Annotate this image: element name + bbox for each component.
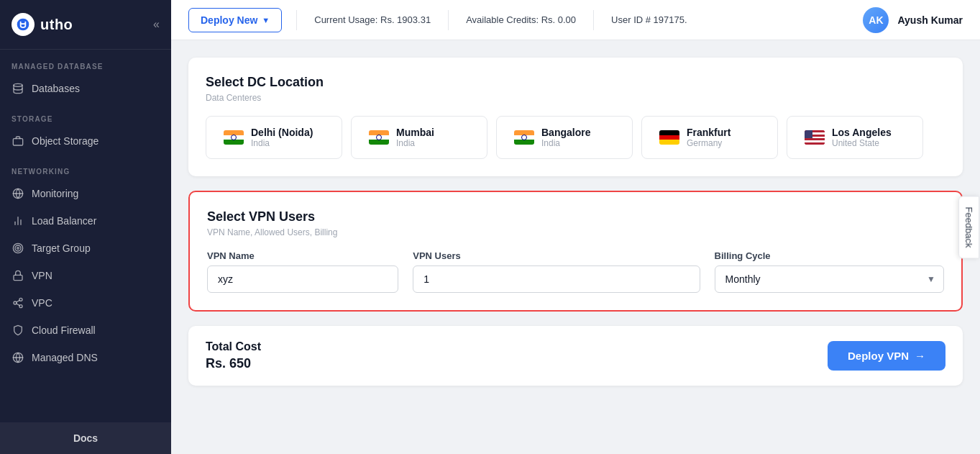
vpn-card: Select VPN Users VPN Name, Allowed Users… <box>188 191 963 312</box>
flag-india-mumbai <box>369 130 389 145</box>
flag-usa-la <box>805 130 825 145</box>
flag-india-delhi <box>224 130 244 145</box>
sidebar-item-target-group-label: Target Group <box>32 242 91 254</box>
dc-country-delhi: India <box>251 138 313 148</box>
avatar: AK <box>863 7 889 33</box>
load-balancer-icon <box>12 214 24 227</box>
vpn-users-field: VPN Users <box>413 250 700 293</box>
database-icon <box>12 82 24 95</box>
dc-item-bangalore[interactable]: Bangalore India <box>496 116 633 159</box>
deploy-new-label: Deploy New <box>201 14 257 26</box>
dc-item-los-angeles[interactable]: Los Angeles United State <box>787 116 923 159</box>
sidebar-item-vpc-label: VPC <box>32 297 52 309</box>
dc-item-mumbai[interactable]: Mumbai India <box>351 116 487 159</box>
sidebar-logo: utho « <box>0 0 171 50</box>
feedback-tab[interactable]: Feedback <box>958 196 979 258</box>
deploy-vpn-arrow-icon: → <box>915 350 925 362</box>
dc-country-frankfurt: Germany <box>687 138 731 148</box>
lock-icon <box>12 269 24 282</box>
sidebar-item-vpn[interactable]: VPN <box>0 262 171 289</box>
dc-card-title: Select DC Location <box>206 75 945 90</box>
deploy-new-chevron: ▼ <box>262 16 270 24</box>
storage-icon <box>12 135 24 147</box>
sidebar-item-monitoring[interactable]: Monitoring <box>0 180 171 207</box>
sidebar-item-cloud-firewall[interactable]: Cloud Firewall <box>0 317 171 344</box>
billing-cycle-label: Billing Cycle <box>715 250 944 261</box>
dc-country-la: United State <box>832 138 892 148</box>
topbar-divider-3 <box>593 10 594 30</box>
vpn-fields: VPN Name VPN Users Billing Cycle Monthly… <box>207 250 944 293</box>
vpn-name-field: VPN Name <box>207 250 398 293</box>
sidebar-item-object-storage-label: Object Storage <box>32 135 99 147</box>
svg-line-14 <box>17 300 20 302</box>
globe2-icon <box>12 351 24 364</box>
deploy-vpn-label: Deploy VPN <box>848 350 909 362</box>
dc-info-mumbai: Mumbai India <box>396 127 434 148</box>
dc-info-bangalore: Bangalore India <box>541 127 590 148</box>
svg-rect-3 <box>13 139 22 145</box>
sidebar-item-vpc[interactable]: VPC <box>0 289 171 317</box>
deploy-new-button[interactable]: Deploy New ▼ <box>188 8 282 32</box>
svg-point-8 <box>17 248 19 250</box>
sidebar-item-managed-dns[interactable]: Managed DNS <box>0 344 171 371</box>
globe-icon <box>12 187 24 200</box>
sidebar-section-networking: NETWORKING Monitoring Load Balancer <box>0 155 171 371</box>
sidebar-item-databases-label: Databases <box>32 83 80 94</box>
dc-item-delhi[interactable]: Delhi (Noida) India <box>206 116 342 159</box>
sidebar-item-cloud-firewall-label: Cloud Firewall <box>32 324 96 336</box>
section-label-storage: STORAGE <box>0 102 171 127</box>
total-cost-card: Total Cost Rs. 650 Deploy VPN → <box>188 326 963 386</box>
share-icon <box>12 296 24 309</box>
vpn-name-label: VPN Name <box>207 250 398 261</box>
flag-germany-frankfurt <box>659 130 679 145</box>
sidebar: utho « MANAGED DATABASE Databases STORAG… <box>0 0 171 454</box>
vpn-name-input[interactable] <box>207 265 398 293</box>
docs-button[interactable]: Docs <box>0 422 171 454</box>
dc-info-delhi: Delhi (Noida) India <box>251 127 313 148</box>
dc-grid: Delhi (Noida) India Mumbai India <box>206 116 945 159</box>
billing-cycle-field: Billing Cycle Monthly Yearly ▼ <box>715 250 944 293</box>
dc-item-frankfurt[interactable]: Frankfurt Germany <box>641 116 778 159</box>
dc-card-subtitle: Data Centeres <box>206 93 945 103</box>
sidebar-item-managed-dns-label: Managed DNS <box>32 352 98 363</box>
billing-select-wrapper: Monthly Yearly ▼ <box>715 265 944 293</box>
sidebar-item-load-balancer[interactable]: Load Balancer <box>0 207 171 235</box>
dc-country-mumbai: India <box>396 138 434 148</box>
main-content: Deploy New ▼ Current Usage: Rs. 1903.31 … <box>171 0 980 454</box>
section-label-database: MANAGED DATABASE <box>0 50 171 75</box>
dc-country-bangalore: India <box>541 138 590 148</box>
topbar: Deploy New ▼ Current Usage: Rs. 1903.31 … <box>171 0 980 40</box>
dc-location-card: Select DC Location Data Centeres Delhi (… <box>188 58 963 176</box>
topbar-right: AK Ayush Kumar <box>863 7 963 33</box>
topbar-divider-2 <box>448 10 449 30</box>
sidebar-item-target-group[interactable]: Target Group <box>0 235 171 262</box>
sidebar-item-databases[interactable]: Databases <box>0 75 171 102</box>
dc-name-la: Los Angeles <box>832 127 892 138</box>
deploy-vpn-button[interactable]: Deploy VPN → <box>828 341 945 371</box>
dc-name-bangalore: Bangalore <box>541 127 590 138</box>
collapse-icon[interactable]: « <box>153 18 160 31</box>
cost-label: Total Cost <box>206 340 261 353</box>
sidebar-item-object-storage[interactable]: Object Storage <box>0 127 171 155</box>
current-usage: Current Usage: Rs. 1903.31 <box>311 14 434 25</box>
section-label-networking: NETWORKING <box>0 155 171 180</box>
cost-value: Rs. 650 <box>206 356 261 371</box>
dc-name-delhi: Delhi (Noida) <box>251 127 313 138</box>
cost-info: Total Cost Rs. 650 <box>206 340 261 371</box>
vpn-card-title: Select VPN Users <box>207 209 944 224</box>
vpn-card-subtitle: VPN Name, Allowed Users, Billing <box>207 227 944 237</box>
dc-name-mumbai: Mumbai <box>396 127 434 138</box>
user-id: User ID # 197175. <box>608 14 690 25</box>
dc-info-frankfurt: Frankfurt Germany <box>687 127 731 148</box>
sidebar-section-database: MANAGED DATABASE Databases <box>0 50 171 102</box>
svg-line-13 <box>17 304 20 306</box>
topbar-divider-1 <box>296 10 297 30</box>
logo-area: utho <box>12 13 73 36</box>
username: Ayush Kumar <box>897 14 963 26</box>
vpn-users-input[interactable] <box>413 265 700 293</box>
billing-cycle-select[interactable]: Monthly Yearly <box>715 265 944 293</box>
vpn-users-label: VPN Users <box>413 250 700 261</box>
flag-india-bangalore <box>514 130 534 145</box>
target-icon <box>12 242 24 255</box>
sidebar-item-monitoring-label: Monitoring <box>32 188 78 199</box>
